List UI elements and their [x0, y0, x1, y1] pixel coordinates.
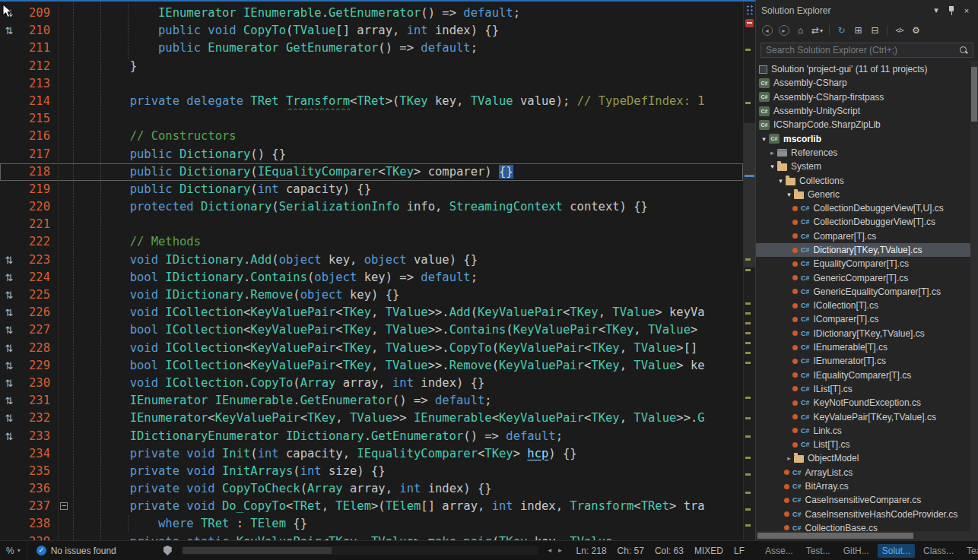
implements-overrides-icon[interactable]: ⇅	[5, 289, 14, 301]
refresh-button[interactable]: ↻	[834, 24, 849, 38]
panel-tab[interactable]: Asse...	[760, 544, 798, 558]
line-number[interactable]: 228	[18, 340, 58, 357]
implements-overrides-icon[interactable]: ⇅	[5, 413, 14, 424]
tree-item[interactable]: C#Assembly-CSharp	[756, 76, 978, 90]
tree-collapse-icon[interactable]: ▾	[767, 163, 777, 170]
line-number[interactable]: 223	[18, 252, 58, 269]
line-number[interactable]: 230	[18, 375, 58, 392]
tree-item[interactable]: C#Assembly-CSharp-firstpass	[756, 90, 978, 104]
line-number[interactable]: 237	[18, 498, 58, 515]
implements-overrides-icon[interactable]: ⇅	[5, 272, 14, 283]
implements-overrides-icon[interactable]: ⇅	[5, 395, 14, 407]
line-number[interactable]: 220	[18, 198, 58, 216]
explorer-vertical-scrollbar[interactable]	[970, 61, 978, 531]
line-number[interactable]: 227	[18, 321, 58, 339]
tree-collapse-icon[interactable]: ▾	[784, 191, 794, 198]
line-number[interactable]: 232	[18, 410, 58, 427]
tree-item[interactable]: ▾C#mscorlib	[756, 131, 978, 145]
tree-item[interactable]: C#ICollection[T].cs	[756, 299, 978, 312]
tree-item[interactable]: C#EqualityComparer[T].cs	[756, 257, 978, 271]
code-line[interactable]: 237− private void Do_CopyTo<TRet, TElem>…	[0, 498, 743, 515]
scrollbar-thumb[interactable]	[757, 533, 913, 539]
line-number[interactable]: 226	[18, 304, 58, 321]
tree-item[interactable]: C#GenericEqualityComparer[T].cs	[756, 285, 978, 299]
show-all-files-button[interactable]: ⊞	[851, 24, 865, 38]
editor-horizontal-scrollbar[interactable]	[183, 546, 538, 555]
pin-icon[interactable]	[945, 5, 957, 17]
code-line[interactable]: 234 private void Init(int capacity, IEqu…	[0, 445, 743, 463]
home-button[interactable]: ⌂	[793, 24, 808, 38]
shield-icon[interactable]	[164, 546, 172, 555]
scrollbar-thumb[interactable]	[971, 67, 977, 122]
implements-overrides-icon[interactable]: ⇅	[5, 255, 14, 266]
code-editor[interactable]: ⇅209 IEnumerator IEnumerable.GetEnumerat…	[0, 0, 755, 540]
code-line[interactable]: ⇅232 IEnumerator<KeyValuePair<TKey, TVal…	[0, 410, 743, 427]
collapse-region-icon[interactable]: −	[60, 502, 68, 510]
line-number[interactable]: 234	[18, 445, 58, 463]
code-line[interactable]: ⇅227 bool ICollection<KeyValuePair<TKey,…	[0, 321, 743, 339]
code-line[interactable]: 222 // Methods	[0, 233, 743, 251]
code-line[interactable]: ⇅230 void ICollection.CopyTo(Array array…	[0, 375, 743, 392]
code-line[interactable]: ⇅228 void ICollection<KeyValuePair<TKey,…	[0, 340, 743, 357]
search-input[interactable]	[761, 45, 959, 55]
tree-item[interactable]: Solution 'project-gui' (11 of 11 project…	[756, 62, 978, 76]
panel-tab[interactable]: Test...	[802, 544, 835, 558]
line-number[interactable]: 229	[18, 357, 58, 375]
tree-item[interactable]: C#CaseInsensitiveComparer.cs	[756, 493, 978, 507]
code-line[interactable]: ⇅224 bool IDictionary.Contains(object ke…	[0, 269, 743, 286]
code-line[interactable]: ⇅209 IEnumerator IEnumerable.GetEnumerat…	[0, 5, 743, 22]
code-line[interactable]: ⇅223 void IDictionary.Add(object key, ob…	[0, 252, 743, 269]
code-line[interactable]: ⇅229 bool ICollection<KeyValuePair<TKey,…	[0, 357, 743, 375]
tree-item[interactable]: ▾Generic	[756, 188, 978, 201]
scroll-left-icon[interactable]: ◄	[545, 547, 555, 554]
code-line[interactable]: 239 private static KeyValuePair<TKey, TV…	[0, 533, 743, 540]
line-number[interactable]: 235	[18, 463, 58, 480]
code-line[interactable]: 235 private void InitArrays(int size) {}	[0, 463, 743, 480]
code-area[interactable]: ⇅209 IEnumerator IEnumerable.GetEnumerat…	[0, 2, 743, 540]
line-number[interactable]: 217	[18, 146, 58, 163]
sync-with-active-document-button[interactable]: ⇄▾	[810, 24, 824, 38]
code-line[interactable]: 236 private void CopyToCheck(Array array…	[0, 480, 743, 498]
code-line[interactable]: 219 public Dictionary(int capacity) {}	[0, 181, 743, 198]
tree-item[interactable]: C#IEnumerable[T].cs	[756, 340, 978, 354]
line-number[interactable]: 213	[18, 75, 58, 93]
editor-vertical-scrollbar[interactable]	[743, 2, 755, 540]
implements-overrides-icon[interactable]: ⇅	[5, 25, 14, 36]
window-position-icon[interactable]: ▾	[930, 5, 942, 17]
tree-item[interactable]: C#KeyNotFoundException.cs	[756, 396, 978, 410]
tree-item[interactable]: ▾System	[756, 160, 978, 173]
tree-item[interactable]: C#CollectionDebuggerView[T,U].cs	[756, 201, 978, 215]
code-line[interactable]: ⇅226 void ICollection<KeyValuePair<TKey,…	[0, 304, 743, 321]
tree-item[interactable]: C#IEqualityComparer[T].cs	[756, 369, 978, 382]
code-line[interactable]: 214 private delegate TRet Transform<TRet…	[0, 93, 743, 110]
tree-item[interactable]: C#ArrayList.cs	[756, 466, 978, 479]
code-line[interactable]: 221	[0, 216, 743, 233]
code-line[interactable]: ⇅210 public void CopyTo(TValue[] array, …	[0, 22, 743, 40]
line-number[interactable]: 236	[18, 480, 58, 498]
line-number[interactable]: 216	[18, 128, 58, 145]
tree-item[interactable]: C#Assembly-UnityScript	[756, 104, 978, 118]
code-line[interactable]: 218 public Dictionary(IEqualityComparer<…	[0, 163, 743, 181]
code-line[interactable]: 211 public Enumerator GetEnumerator() =>…	[0, 40, 743, 57]
tree-item[interactable]: C#Link.cs	[756, 424, 978, 438]
search-icon[interactable]	[959, 46, 968, 55]
solution-tree[interactable]: Solution 'project-gui' (11 of 11 project…	[756, 61, 978, 531]
panel-tab[interactable]: GitH...	[839, 544, 874, 558]
explorer-horizontal-scrollbar[interactable]	[756, 531, 978, 540]
line-number[interactable]: 222	[18, 233, 58, 251]
tree-item[interactable]: C#KeyValuePair[TKey,TValue].cs	[756, 410, 978, 423]
line-number[interactable]: 233	[18, 428, 58, 445]
tree-item[interactable]: C#Dictionary[TKey,TValue].cs	[756, 243, 978, 257]
implements-overrides-icon[interactable]: ⇅	[5, 360, 14, 372]
code-line[interactable]: ⇅231 IEnumerator IEnumerable.GetEnumerat…	[0, 392, 743, 410]
tree-item[interactable]: C#CollectionDebuggerView[T].cs	[756, 215, 978, 229]
line-number[interactable]: 212	[18, 58, 58, 75]
code-line[interactable]: ⇅233 IDictionaryEnumerator IDictionary.G…	[0, 428, 743, 445]
zoom-control[interactable]: % ▾	[0, 541, 27, 560]
back-button[interactable]: ◄	[760, 24, 774, 38]
line-number[interactable]: 224	[18, 269, 58, 286]
issues-status-icon[interactable]: ✓	[37, 546, 46, 555]
line-number[interactable]: 239	[18, 533, 58, 540]
forward-button[interactable]: ►	[776, 24, 791, 38]
line-number[interactable]: 210	[18, 22, 58, 40]
